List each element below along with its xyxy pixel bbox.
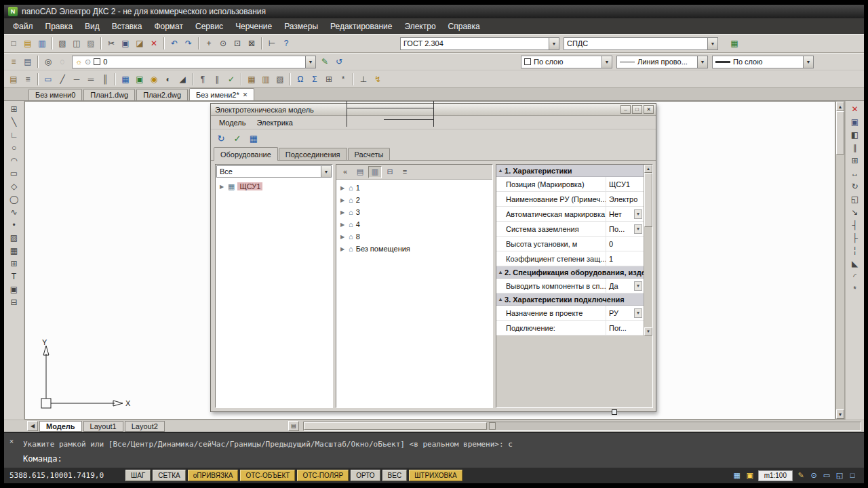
color-combo[interactable]: По слою ▼ (521, 56, 612, 68)
property-row[interactable]: Назначение в проекте РУ ▼ (496, 306, 644, 321)
align-marks-icon[interactable]: ∥ (210, 73, 224, 85)
section-characteristics[interactable]: ▴ 1. Характеристики (496, 165, 644, 177)
property-value[interactable]: Электро (609, 195, 637, 203)
section-specification[interactable]: ▴ 2. Спецификация оборудования, изде... (496, 266, 644, 279)
group-by-floor-icon[interactable]: ▥ (368, 166, 382, 178)
tree-item[interactable]: ▶ ⌂ 8 (336, 230, 492, 243)
array-icon[interactable]: ⊞ (848, 155, 862, 167)
osnap-settings-icon[interactable]: ⊞ (7, 103, 21, 115)
menu-electro[interactable]: Электро (398, 20, 441, 33)
hatch-icon[interactable]: ▨ (7, 232, 21, 244)
layer-off-icon[interactable]: ◌ (56, 56, 69, 68)
chevron-down-icon[interactable]: ▼ (601, 56, 612, 68)
toggle-hatch[interactable]: ШТРИХОВКА (409, 470, 462, 481)
expander-icon[interactable]: ▶ (340, 197, 346, 203)
close-icon[interactable]: ✕ (644, 105, 654, 114)
model-reports-icon[interactable]: ▦ (246, 131, 261, 145)
tab-equipment[interactable]: Оборудование (214, 147, 278, 161)
plot-icon[interactable]: ▧ (56, 37, 69, 49)
text-icon[interactable]: T (7, 270, 21, 283)
template-combo[interactable]: СПДС ▼ (564, 37, 718, 50)
open-icon[interactable]: ▤ (21, 37, 35, 49)
offset-icon[interactable]: ∥ (848, 142, 862, 154)
cable-journal-icon[interactable]: ▦ (245, 73, 258, 85)
trace-icon[interactable]: ╱ (56, 73, 69, 85)
riser-icon[interactable]: ║ (98, 73, 112, 85)
scrollbar-thumb[interactable] (644, 173, 652, 227)
scale-icon[interactable]: ◱ (848, 193, 862, 205)
move-icon[interactable]: ↔ (848, 167, 862, 180)
scroll-down-icon[interactable]: ▼ (836, 409, 844, 419)
circle-icon[interactable]: ○ (7, 142, 21, 154)
expander-icon[interactable]: ▶ (220, 184, 225, 190)
property-row[interactable]: Высота установки, м 0 (496, 237, 644, 251)
trim-icon[interactable]: ┤ (848, 219, 862, 231)
chevron-down-icon[interactable]: ▼ (549, 38, 559, 49)
layout-tab-layout2[interactable]: Layout2 (125, 421, 165, 432)
redo-icon[interactable]: ↷ (182, 37, 195, 49)
expander-icon[interactable]: ▶ (340, 209, 346, 216)
rectangle-icon[interactable]: ▭ (7, 167, 21, 180)
distance-icon[interactable]: ⊢ (265, 37, 279, 49)
db-elements-icon[interactable]: ⊞ (322, 73, 336, 85)
tab-connections[interactable]: Подсоединения (279, 148, 347, 160)
sheet-nav-left-icon[interactable]: ◀ (27, 421, 38, 431)
specification-icon[interactable]: ▥ (259, 73, 273, 85)
chevron-down-icon[interactable]: ▼ (321, 166, 331, 177)
tree-item[interactable]: ▶ ⌂ 3 (336, 206, 492, 218)
canvas-horizontal-scrollbar[interactable] (303, 422, 861, 431)
switchboard-icon[interactable]: ▦ (119, 73, 132, 85)
undo-icon[interactable]: ↶ (167, 37, 181, 49)
minimize-icon[interactable]: – (620, 105, 631, 114)
toggle-grid[interactable]: СЕТКА (153, 470, 186, 481)
menu-dimensions[interactable]: Размеры (278, 20, 324, 33)
doc-tab-unnamed0[interactable]: Без имени0 (28, 89, 82, 100)
tab-calculations[interactable]: Расчеты (348, 148, 391, 160)
doc-tab-plan2[interactable]: План2.dwg (136, 89, 188, 100)
doc-tab-unnamed2-active[interactable]: Без имени2* ✕ (189, 88, 254, 100)
viewports-icon[interactable]: ▭ (821, 470, 833, 481)
menu-service[interactable]: Сервис (189, 20, 229, 33)
lineweight-combo[interactable]: По слою ▼ (712, 56, 814, 68)
menu-edit[interactable]: Правка (39, 20, 79, 33)
menu-file[interactable]: Файл (7, 20, 39, 33)
report-icon[interactable]: ▧ (273, 73, 287, 85)
filter-combo[interactable]: Все ▼ (216, 165, 332, 178)
collapse-all-icon[interactable]: « (338, 166, 352, 178)
new-icon[interactable]: □ (7, 37, 20, 49)
scroll-up-icon[interactable]: ▲ (644, 165, 652, 173)
layout-tab-layout1[interactable]: Layout1 (83, 421, 123, 432)
tree-item[interactable]: ▶ ⌂ Без помещения (336, 243, 492, 255)
property-row[interactable]: Подключение: Пог... (496, 321, 644, 336)
set-object-layer-current-icon[interactable]: ✎ (318, 56, 332, 68)
scroll-down-icon[interactable]: ▼ (644, 327, 652, 336)
clean-screen-icon[interactable]: □ (846, 470, 859, 481)
luminaire-icon[interactable]: ◉ (147, 73, 161, 85)
expander-icon[interactable]: ▶ (340, 185, 346, 191)
property-value[interactable]: 0 (609, 240, 613, 248)
zoom-status-icon[interactable]: ⊙ (808, 470, 820, 481)
expander-icon[interactable]: ▶ (340, 222, 346, 228)
text-style-combo[interactable]: ГОСТ 2.304 ▼ (400, 37, 559, 50)
section-connection[interactable]: ▴ 3. Характеристики подключения (496, 293, 644, 306)
properties-scrollbar[interactable]: ▲ ▼ (644, 165, 652, 336)
property-row[interactable]: Автоматическая маркировка Нет ▼ (496, 207, 644, 222)
switch-icon[interactable]: ◢ (176, 73, 189, 85)
menu-format[interactable]: Формат (148, 20, 189, 33)
expander-icon[interactable]: ▶ (340, 234, 346, 240)
copy-icon[interactable]: ▣ (119, 37, 132, 49)
linetype-combo[interactable]: Линия прово... ▼ (616, 56, 708, 68)
menu-help[interactable]: Справка (442, 20, 486, 33)
grounding-icon[interactable]: ⊥ (357, 73, 370, 85)
chevron-down-icon[interactable]: ▼ (697, 56, 707, 68)
expander-icon[interactable]: ▶ (340, 246, 346, 252)
zoom-realtime-icon[interactable]: ⊙ (216, 37, 230, 49)
arc-icon[interactable]: ◠ (7, 155, 21, 167)
property-value[interactable]: 1 (609, 255, 613, 263)
dropdown-arrow-icon[interactable]: ▼ (634, 281, 642, 291)
wire-icon[interactable]: ─ (70, 73, 83, 85)
maximize-icon[interactable]: □ (632, 105, 642, 114)
property-row[interactable]: Выводить компоненты в сп... Да ▼ (496, 279, 644, 293)
resize-grip[interactable] (612, 409, 617, 415)
copy-icon[interactable]: ▣ (848, 116, 862, 128)
